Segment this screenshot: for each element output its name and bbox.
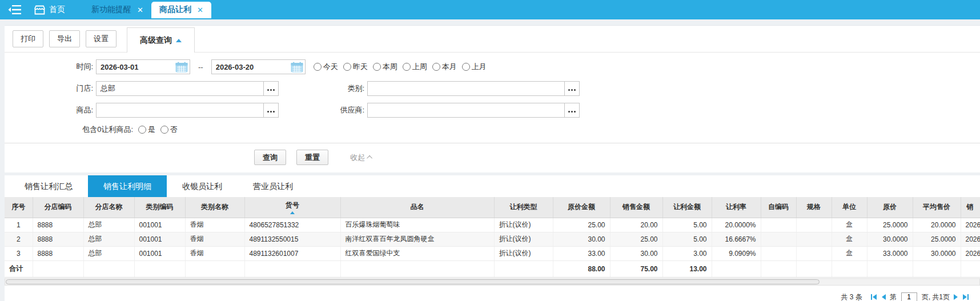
category-input[interactable]: [368, 82, 579, 95]
column-header-1[interactable]: 分店编码: [33, 197, 83, 218]
supplier-picker-button[interactable]: [564, 103, 579, 117]
store-picker-button[interactable]: [263, 82, 278, 95]
cell: [796, 246, 832, 260]
export-button[interactable]: 导出: [49, 30, 80, 47]
cell: 9.0909%: [712, 246, 761, 260]
page-suffix: 页, 共1页: [922, 292, 950, 301]
date-from-box: [96, 59, 190, 74]
column-header-16[interactable]: 平均售价: [913, 197, 961, 218]
collapse-panel-link[interactable]: 收起: [350, 152, 372, 163]
quick-range-option[interactable]: 上月: [462, 62, 487, 72]
total-cell: 13.00: [662, 260, 712, 277]
column-header-2[interactable]: 分店名称: [83, 197, 134, 218]
column-header-15[interactable]: 原价: [867, 197, 913, 218]
cell: 4891132601007: [244, 246, 340, 260]
category-box: [367, 81, 580, 96]
column-header-3[interactable]: 类别编码: [134, 197, 185, 218]
scrollbar-thumb[interactable]: [6, 279, 820, 284]
include-zero-option[interactable]: 否: [160, 125, 178, 135]
column-header-13[interactable]: 规格: [796, 197, 832, 218]
column-header-5[interactable]: 货号: [244, 197, 340, 218]
cell: 折让(议价): [494, 246, 553, 260]
cell: 2: [5, 232, 33, 246]
quick-range-option[interactable]: 昨天: [343, 62, 368, 72]
column-header-7[interactable]: 让利类型: [494, 197, 553, 218]
column-header-4[interactable]: 类别名称: [185, 197, 244, 218]
tab-cashier-discount[interactable]: 收银员让利: [167, 175, 238, 197]
reset-button[interactable]: 重置: [296, 150, 328, 165]
total-row: 合计88.0075.0013.00: [5, 260, 980, 277]
include-zero-option[interactable]: 是: [138, 125, 155, 135]
product-input[interactable]: [97, 103, 278, 117]
cell: 总部: [83, 246, 134, 260]
prev-page-icon[interactable]: [882, 294, 886, 300]
quick-range-radio[interactable]: [314, 63, 322, 71]
column-header-14[interactable]: 单位: [832, 197, 867, 218]
tab-product-discount[interactable]: 商品让利 ✕: [151, 2, 211, 18]
column-header-12[interactable]: 自编码: [761, 197, 796, 218]
search-button[interactable]: 查询: [254, 150, 286, 165]
include-zero-label: 包含0让利商品:: [22, 125, 136, 135]
quick-range-option[interactable]: 本周: [373, 62, 397, 72]
close-tab-icon[interactable]: ✕: [197, 6, 203, 14]
quick-range-radio[interactable]: [373, 63, 381, 71]
page-number-input[interactable]: [901, 292, 917, 301]
first-page-icon[interactable]: [871, 294, 877, 300]
last-page-icon[interactable]: [963, 294, 969, 300]
tab-sales-discount-summary[interactable]: 销售让利汇总: [9, 175, 88, 197]
horizontal-scrollbar[interactable]: [5, 278, 980, 286]
table-row[interactable]: 28888总部001001香烟4891132550015南洋红双喜百年龙凤圆角硬…: [5, 232, 980, 246]
total-cell: 75.00: [610, 260, 662, 277]
table-row[interactable]: 18888总部001001香烟4806527851332百乐爆珠烟葡萄味折让(议…: [5, 218, 980, 232]
date-to-box: [211, 59, 306, 74]
column-header-11[interactable]: 让利率: [712, 197, 761, 218]
total-cell: [832, 260, 867, 277]
tab-salesperson-discount[interactable]: 营业员让利: [238, 175, 308, 197]
cell: 001001: [134, 232, 185, 246]
quick-range-radio[interactable]: [462, 63, 470, 71]
next-page-icon[interactable]: [954, 294, 958, 300]
settings-button[interactable]: 设置: [86, 30, 117, 47]
cell: 8888: [33, 246, 83, 260]
quick-range-option[interactable]: 上周: [403, 62, 427, 72]
total-cell: [712, 260, 761, 277]
date-range-separator: --: [198, 63, 203, 71]
column-header-17[interactable]: 销: [961, 197, 980, 218]
quick-range-option[interactable]: 今天: [314, 62, 338, 72]
store-input[interactable]: [97, 82, 278, 95]
supplier-input[interactable]: [368, 103, 579, 117]
product-box: [96, 103, 279, 118]
column-header-8[interactable]: 原价金额: [553, 197, 610, 218]
quick-range-radio[interactable]: [343, 63, 351, 71]
tab-sales-discount-detail[interactable]: 销售让利明细: [88, 175, 167, 197]
calendar-icon[interactable]: [291, 62, 303, 73]
column-header-9[interactable]: 销售金额: [610, 197, 662, 218]
total-cell: [340, 260, 494, 277]
collapse-sidebar-icon[interactable]: [8, 5, 22, 14]
column-header-10[interactable]: 让利金额: [662, 197, 712, 218]
close-tab-icon[interactable]: ✕: [137, 6, 143, 14]
total-cell: [134, 260, 185, 277]
include-zero-radio[interactable]: [160, 126, 168, 134]
quick-range-option[interactable]: 本月: [432, 62, 457, 72]
cell: 3.00: [662, 246, 712, 260]
table-header-row: 序号分店编码分店名称类别编码类别名称货号品名让利类型原价金额销售金额让利金额让利…: [5, 197, 980, 218]
print-button[interactable]: 打印: [13, 30, 43, 47]
column-header-0[interactable]: 序号: [5, 197, 33, 218]
category-picker-button[interactable]: [564, 82, 579, 95]
tab-new-feature-reminder[interactable]: 新功能提醒 ✕: [83, 2, 151, 18]
home-tab[interactable]: 首页: [34, 5, 65, 15]
filter-row-product-supplier: 商品: 供应商:: [22, 103, 980, 118]
cell: 3: [5, 246, 33, 260]
advanced-query-toggle[interactable]: 高级查询: [127, 27, 195, 53]
cell: [761, 246, 796, 260]
quick-range-radio[interactable]: [432, 63, 440, 71]
product-picker-button[interactable]: [263, 103, 278, 117]
table-row[interactable]: 38888总部001001香烟4891132601007红双喜爱国绿中支折让(议…: [5, 246, 980, 260]
include-zero-radio[interactable]: [138, 126, 146, 134]
time-label: 时间:: [22, 62, 96, 72]
quick-range-radio[interactable]: [403, 63, 411, 71]
column-header-6[interactable]: 品名: [340, 197, 494, 218]
cell: 百乐爆珠烟葡萄味: [340, 218, 494, 232]
calendar-icon[interactable]: [175, 62, 188, 73]
